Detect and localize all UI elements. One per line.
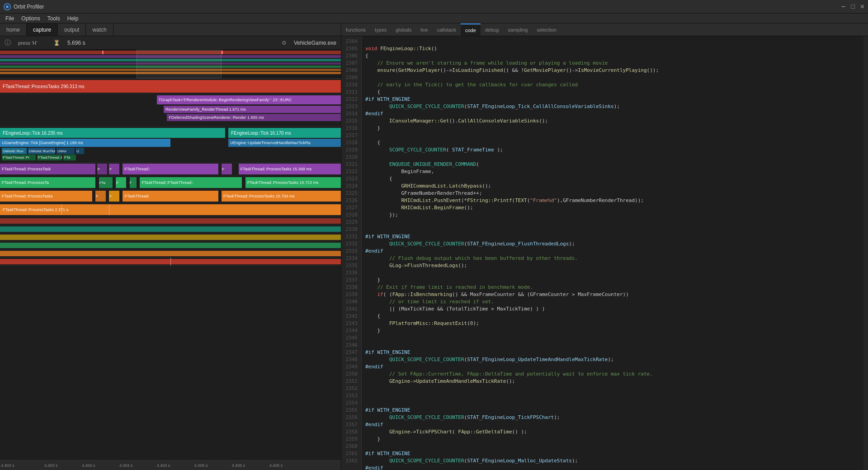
code-line-2349: // Set FApp::CurrentTime, FApp::DeltaTim… xyxy=(365,371,653,377)
track-label-ft3: FTa xyxy=(63,155,71,160)
track-row-task5: FTaskThread::ProcessTasks 2.371 s xyxy=(0,203,341,217)
profiler-tabs: home capture output watch xyxy=(0,24,341,36)
code-line-2356: #endif xyxy=(365,422,383,428)
code-line-2317: { xyxy=(365,140,380,146)
track-label-ft2: FTaskThread::Pr xyxy=(37,155,62,160)
code-line-2357: GEngine->TickFPSChart( FApp::GetDeltaTim… xyxy=(365,429,527,435)
overview-minimap[interactable] xyxy=(0,50,341,79)
track-row-task1: FTaskThread::ProcessTasks 290.313 ms xyxy=(0,79,341,94)
track-label-otask5: FTaskThread::ProcessTasks 15.704 ms xyxy=(222,194,297,198)
track-label-gtask4: F xyxy=(130,181,132,184)
menu-tools[interactable]: Tools xyxy=(44,14,64,23)
menu-options[interactable]: Options xyxy=(18,14,43,23)
code-line-2311: #if WITH_ENGINE xyxy=(365,96,410,102)
track-label-ptask4: FTaskThread:: xyxy=(123,167,152,171)
code-line-2340: || (MaxTickTime && (TotalTickTime > MaxT… xyxy=(365,306,545,312)
track-label-world1: UWorld::Run xyxy=(2,149,24,153)
code-tabs: functions types globals live callstack c… xyxy=(341,24,868,36)
code-line-2338: if( (FApp::IsBenchmarking() && MaxFrameC… xyxy=(365,291,629,297)
code-line-2306: // Ensure we aren't starting a frame whi… xyxy=(365,60,608,66)
tick-7: 4.405 s xyxy=(232,463,245,468)
track-label-otask4: FTaskThread: xyxy=(123,194,151,198)
code-line-2323: GRHICommandList.LatchBypass(); xyxy=(365,183,491,189)
tick-6: 4.405 s xyxy=(194,463,208,468)
code-line-2339: // or time limit is reached if set. xyxy=(365,299,494,305)
track-label-ptask2: F xyxy=(97,167,100,171)
track-label-otask3: F xyxy=(109,194,112,198)
maximize-button[interactable]: □ xyxy=(851,3,854,11)
track-label-render1: TGraphTask<'FRendererModule::BeginRender… xyxy=(157,98,294,102)
code-line-2326: RHICmdList.BeginFrame(); xyxy=(365,205,473,211)
code-content[interactable]: void FEngineLoop::Tick() { // Ensure we … xyxy=(362,36,863,470)
track-row-render: TGraphTask<'FRendererModule::BeginRender… xyxy=(0,94,341,127)
code-line-2361: QUICK_SCOPE_CYCLE_COUNTER(STAT_FEngineLo… xyxy=(365,458,578,464)
tab-capture[interactable]: capture xyxy=(27,24,58,36)
code-line-2318: SCOPE_CYCLE_COUNTER( STAT_FrameTime ); xyxy=(365,147,503,153)
exe-icon: ⚙ xyxy=(282,40,287,46)
track-label-gtask3: F xyxy=(116,181,119,185)
track-label-gtask5: FTaskThread::FTaskThread:: xyxy=(140,180,195,185)
code-line-2350: GEngine->UpdateTimeAndHandleMaxTickRate(… xyxy=(365,378,515,384)
track-label-render3: FDeferredShadingSceneRenderer::Render 1.… xyxy=(167,115,266,120)
tab-watch[interactable]: watch xyxy=(86,24,113,36)
code-tab-globals[interactable]: globals xyxy=(391,24,416,36)
tab-home[interactable]: home xyxy=(0,24,27,36)
code-tab-types[interactable]: types xyxy=(370,24,391,36)
code-tab-live[interactable]: live xyxy=(416,24,433,36)
code-line-2341: { xyxy=(365,313,380,319)
code-tab-code[interactable]: code xyxy=(461,24,481,36)
code-line-2334: GLog->FlushThreadedLogs(); xyxy=(365,263,467,268)
minimize-button[interactable]: − xyxy=(841,3,845,11)
tab-output[interactable]: output xyxy=(58,24,86,36)
track-label-ptask1: FTaskThread::ProcessTask xyxy=(0,167,53,171)
code-line-2324: GFrameNumberRenderThread++; xyxy=(365,190,482,196)
menu-file[interactable]: File xyxy=(2,14,18,23)
track-row-task2: FTaskThread::ProcessTask F F FTaskThread… xyxy=(0,163,341,176)
code-tab-functions[interactable]: functions xyxy=(341,24,370,36)
code-line-2305: { xyxy=(365,53,368,59)
code-tab-callstack[interactable]: callstack xyxy=(433,24,461,36)
code-panel: functions types globals live callstack c… xyxy=(341,24,868,470)
app-icon xyxy=(4,3,11,10)
tick-1: 4.403 s xyxy=(1,463,14,468)
code-tab-selection[interactable]: selection xyxy=(532,24,561,36)
track-label-ptask3: F xyxy=(109,167,112,171)
titlebar: Orbit Profiler − □ × xyxy=(0,0,868,14)
code-line-2330: #if WITH_ENGINE xyxy=(365,234,410,240)
tick-3: 4.404 s xyxy=(82,463,95,468)
track-label-bigtask: FTaskThread::ProcessTasks 2.371 s xyxy=(0,207,71,212)
track-row-task4: FTaskThread::ProcessTasks F F FTaskThrea… xyxy=(0,190,341,203)
track-label-engine1: FEngineLoop::Tick 16.235 ms xyxy=(0,131,65,136)
time-axis: 4.403 s 4.403 s 4.404 s 4.404 s 4.404 s … xyxy=(0,460,341,470)
exe-name: VehicleGame.exe xyxy=(294,40,336,46)
code-line-2314: IConsoleManager::Get().CallAllConsoleVar… xyxy=(365,118,548,124)
code-line-2309: // early in the Tick() to get the callba… xyxy=(365,82,578,88)
code-line-2362: #endif xyxy=(365,465,383,470)
menu-help[interactable]: Help xyxy=(64,14,82,23)
track-label-gtask1: FTaskThread::ProcesssTa xyxy=(0,180,51,185)
code-line-2327: }); xyxy=(365,212,398,218)
track-label-world2: UWorld::RunTick xyxy=(28,149,55,153)
tick-5: 4.404 s xyxy=(157,463,170,468)
track-label-otask1: FTaskThread::ProcessTasks xyxy=(0,194,55,198)
tracks-container[interactable]: FTaskThread::ProcessTasks 290.313 ms TGr… xyxy=(0,79,341,460)
code-line-2322: { xyxy=(365,176,392,182)
code-tab-debug[interactable]: debug xyxy=(481,24,504,36)
track-row-misc6 xyxy=(0,258,341,266)
close-button[interactable]: × xyxy=(860,3,864,11)
press-h-icon: ⓘ xyxy=(5,39,11,47)
track-label-ugame1: UGameEngine::Tick [GameEngine] 1.199 ms xyxy=(0,141,85,145)
track-label-render2: RenderViewFamily_RenderThread 1.671 ms xyxy=(164,107,248,112)
code-line-2337: // Exit if frame limit is reached in ben… xyxy=(365,284,533,290)
code-line-2325: RHICmdList.PushEvent(*FString::Printf(TE… xyxy=(365,197,644,203)
code-line-2304: void FEngineLoop::Tick() xyxy=(365,46,437,52)
code-line-2321: BeginFrame, xyxy=(365,169,434,174)
track-row-misc3 xyxy=(0,233,341,241)
code-scrollbar[interactable] xyxy=(863,36,868,470)
track-label-task1: FTaskThread::ProcessTasks 290.313 ms xyxy=(0,84,87,89)
track-row-engine: FEngineLoop::Tick 16.235 ms FEngineLoop:… xyxy=(0,127,341,163)
track-label-ft1: FTaskThread::Pr xyxy=(2,155,30,160)
code-tab-sampling[interactable]: sampling xyxy=(503,24,532,36)
tick-2: 4.403 s xyxy=(44,463,58,468)
code-line-2348: #endif xyxy=(365,364,383,370)
